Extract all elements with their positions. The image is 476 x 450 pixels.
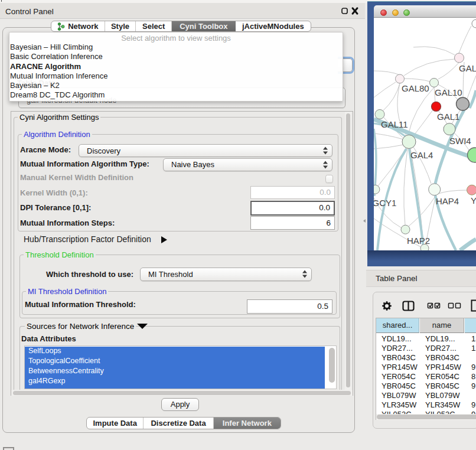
svg-text:GCY1: GCY1 (374, 198, 396, 208)
svg-text:YD: YD (471, 195, 476, 206)
svg-text:GAL80: GAL80 (402, 83, 429, 93)
svg-text:GAL4: GAL4 (410, 150, 433, 160)
svg-text:GAL11: GAL11 (381, 119, 408, 129)
svg-text:SWI4: SWI4 (449, 136, 471, 146)
svg-text:GAL10: GAL10 (435, 87, 462, 97)
svg-text:GAL7: GAL7 (459, 63, 476, 73)
svg-text:HAP4: HAP4 (436, 196, 459, 206)
svg-text:HAP2: HAP2 (407, 236, 430, 246)
svg-text:GAL1: GAL1 (437, 112, 459, 122)
